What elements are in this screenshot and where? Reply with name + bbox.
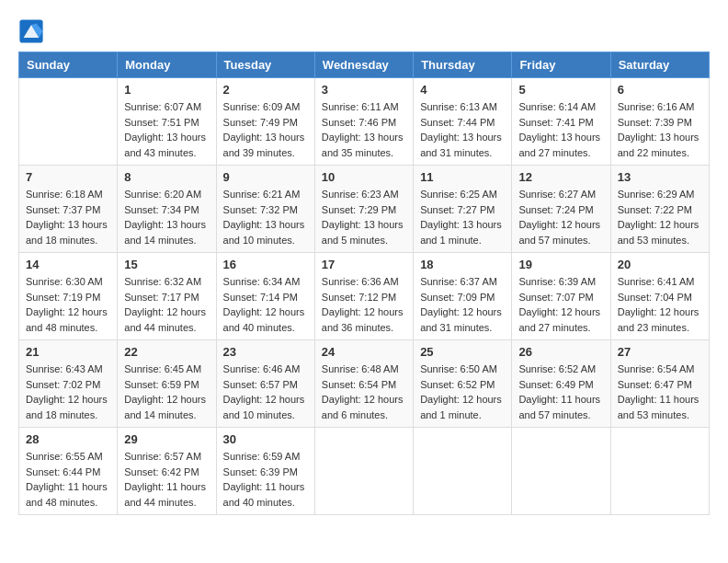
- calendar-week-1: 1Sunrise: 6:07 AMSunset: 7:51 PMDaylight…: [19, 78, 710, 166]
- day-number: 15: [124, 258, 209, 271]
- logo-icon: [18, 18, 44, 44]
- calendar-week-3: 14Sunrise: 6:30 AMSunset: 7:19 PMDayligh…: [19, 253, 710, 340]
- col-header-tuesday: Tuesday: [216, 52, 314, 78]
- day-number: 21: [26, 345, 110, 359]
- day-info: Sunrise: 6:13 AMSunset: 7:44 PMDaylight:…: [420, 99, 505, 160]
- day-number: 8: [124, 170, 209, 184]
- calendar-cell: 26Sunrise: 6:52 AMSunset: 6:49 PMDayligh…: [512, 340, 610, 428]
- calendar-cell: 22Sunrise: 6:45 AMSunset: 6:59 PMDayligh…: [118, 340, 216, 428]
- day-number: 28: [26, 432, 110, 446]
- calendar-cell: 15Sunrise: 6:32 AMSunset: 7:17 PMDayligh…: [118, 253, 216, 340]
- calendar-cell: 28Sunrise: 6:55 AMSunset: 6:44 PMDayligh…: [19, 428, 118, 515]
- day-info: Sunrise: 6:34 AMSunset: 7:14 PMDaylight:…: [223, 274, 308, 335]
- day-number: 25: [420, 345, 505, 359]
- day-number: 16: [223, 258, 308, 271]
- day-number: 17: [322, 258, 406, 271]
- day-info: Sunrise: 6:46 AMSunset: 6:57 PMDaylight:…: [223, 362, 308, 422]
- day-number: 6: [618, 83, 702, 97]
- day-info: Sunrise: 6:43 AMSunset: 7:02 PMDaylight:…: [26, 362, 110, 422]
- calendar-cell: 11Sunrise: 6:25 AMSunset: 7:27 PMDayligh…: [414, 166, 512, 253]
- calendar-cell: 23Sunrise: 6:46 AMSunset: 6:57 PMDayligh…: [216, 340, 314, 428]
- day-number: 22: [124, 345, 209, 359]
- day-number: 20: [618, 258, 702, 271]
- day-number: 13: [618, 170, 702, 184]
- col-header-sunday: Sunday: [19, 52, 118, 78]
- calendar-cell: 3Sunrise: 6:11 AMSunset: 7:46 PMDaylight…: [314, 78, 413, 166]
- calendar-cell: [414, 428, 512, 515]
- day-number: 2: [223, 83, 308, 97]
- calendar-week-4: 21Sunrise: 6:43 AMSunset: 7:02 PMDayligh…: [19, 340, 710, 428]
- day-info: Sunrise: 6:48 AMSunset: 6:54 PMDaylight:…: [322, 362, 406, 422]
- day-info: Sunrise: 6:07 AMSunset: 7:51 PMDaylight:…: [124, 99, 209, 160]
- calendar-cell: 14Sunrise: 6:30 AMSunset: 7:19 PMDayligh…: [19, 253, 118, 340]
- day-info: Sunrise: 6:54 AMSunset: 6:47 PMDaylight:…: [618, 362, 702, 422]
- day-info: Sunrise: 6:59 AMSunset: 6:39 PMDaylight:…: [223, 449, 308, 510]
- day-number: 12: [518, 170, 603, 184]
- calendar-cell: 18Sunrise: 6:37 AMSunset: 7:09 PMDayligh…: [414, 253, 512, 340]
- day-number: 3: [322, 83, 406, 97]
- day-info: Sunrise: 6:50 AMSunset: 6:52 PMDaylight:…: [420, 362, 505, 422]
- calendar-cell: 25Sunrise: 6:50 AMSunset: 6:52 PMDayligh…: [414, 340, 512, 428]
- calendar-table: SundayMondayTuesdayWednesdayThursdayFrid…: [18, 52, 710, 515]
- day-number: 9: [223, 170, 308, 184]
- calendar-cell: 13Sunrise: 6:29 AMSunset: 7:22 PMDayligh…: [610, 166, 709, 253]
- calendar-cell: [512, 428, 610, 515]
- day-info: Sunrise: 6:20 AMSunset: 7:34 PMDaylight:…: [124, 187, 209, 247]
- col-header-monday: Monday: [118, 52, 216, 78]
- calendar-cell: [314, 428, 413, 515]
- day-info: Sunrise: 6:09 AMSunset: 7:49 PMDaylight:…: [223, 99, 308, 160]
- day-info: Sunrise: 6:11 AMSunset: 7:46 PMDaylight:…: [322, 99, 406, 160]
- calendar-cell: 4Sunrise: 6:13 AMSunset: 7:44 PMDaylight…: [414, 78, 512, 166]
- day-info: Sunrise: 6:21 AMSunset: 7:32 PMDaylight:…: [223, 187, 308, 247]
- calendar-week-5: 28Sunrise: 6:55 AMSunset: 6:44 PMDayligh…: [19, 428, 710, 515]
- day-number: 7: [26, 170, 110, 184]
- calendar-cell: 19Sunrise: 6:39 AMSunset: 7:07 PMDayligh…: [512, 253, 610, 340]
- calendar-week-2: 7Sunrise: 6:18 AMSunset: 7:37 PMDaylight…: [19, 166, 710, 253]
- day-info: Sunrise: 6:25 AMSunset: 7:27 PMDaylight:…: [420, 187, 505, 247]
- day-number: 27: [618, 345, 702, 359]
- day-info: Sunrise: 6:27 AMSunset: 7:24 PMDaylight:…: [518, 187, 603, 247]
- day-info: Sunrise: 6:23 AMSunset: 7:29 PMDaylight:…: [322, 187, 406, 247]
- day-number: 26: [518, 345, 603, 359]
- day-info: Sunrise: 6:36 AMSunset: 7:12 PMDaylight:…: [322, 274, 406, 335]
- day-info: Sunrise: 6:52 AMSunset: 6:49 PMDaylight:…: [518, 362, 603, 422]
- calendar-cell: 21Sunrise: 6:43 AMSunset: 7:02 PMDayligh…: [19, 340, 118, 428]
- calendar-cell: [19, 78, 118, 166]
- calendar-cell: 12Sunrise: 6:27 AMSunset: 7:24 PMDayligh…: [512, 166, 610, 253]
- col-header-saturday: Saturday: [610, 52, 709, 78]
- day-info: Sunrise: 6:14 AMSunset: 7:41 PMDaylight:…: [518, 99, 603, 160]
- calendar-cell: 7Sunrise: 6:18 AMSunset: 7:37 PMDaylight…: [19, 166, 118, 253]
- day-number: 18: [420, 258, 505, 271]
- day-number: 24: [322, 345, 406, 359]
- day-number: 30: [223, 432, 308, 446]
- calendar-cell: 2Sunrise: 6:09 AMSunset: 7:49 PMDaylight…: [216, 78, 314, 166]
- calendar-cell: 27Sunrise: 6:54 AMSunset: 6:47 PMDayligh…: [610, 340, 709, 428]
- day-number: 19: [518, 258, 603, 271]
- day-info: Sunrise: 6:18 AMSunset: 7:37 PMDaylight:…: [26, 187, 110, 247]
- day-number: 1: [124, 83, 209, 97]
- day-number: 11: [420, 170, 505, 184]
- day-info: Sunrise: 6:32 AMSunset: 7:17 PMDaylight:…: [124, 274, 209, 335]
- calendar-cell: 30Sunrise: 6:59 AMSunset: 6:39 PMDayligh…: [216, 428, 314, 515]
- calendar-cell: 1Sunrise: 6:07 AMSunset: 7:51 PMDaylight…: [118, 78, 216, 166]
- calendar-cell: 24Sunrise: 6:48 AMSunset: 6:54 PMDayligh…: [314, 340, 413, 428]
- day-number: 5: [518, 83, 603, 97]
- day-number: 4: [420, 83, 505, 97]
- col-header-friday: Friday: [512, 52, 610, 78]
- calendar-cell: [610, 428, 709, 515]
- day-number: 10: [322, 170, 406, 184]
- calendar-cell: 6Sunrise: 6:16 AMSunset: 7:39 PMDaylight…: [610, 78, 709, 166]
- col-header-wednesday: Wednesday: [314, 52, 413, 78]
- day-info: Sunrise: 6:30 AMSunset: 7:19 PMDaylight:…: [26, 274, 110, 335]
- calendar-cell: 5Sunrise: 6:14 AMSunset: 7:41 PMDaylight…: [512, 78, 610, 166]
- logo: [18, 18, 48, 44]
- day-info: Sunrise: 6:39 AMSunset: 7:07 PMDaylight:…: [518, 274, 603, 335]
- day-info: Sunrise: 6:29 AMSunset: 7:22 PMDaylight:…: [618, 187, 702, 247]
- day-info: Sunrise: 6:55 AMSunset: 6:44 PMDaylight:…: [26, 449, 110, 510]
- calendar-cell: 29Sunrise: 6:57 AMSunset: 6:42 PMDayligh…: [118, 428, 216, 515]
- col-header-thursday: Thursday: [414, 52, 512, 78]
- calendar-cell: 9Sunrise: 6:21 AMSunset: 7:32 PMDaylight…: [216, 166, 314, 253]
- calendar-header: SundayMondayTuesdayWednesdayThursdayFrid…: [19, 52, 710, 78]
- calendar-cell: 10Sunrise: 6:23 AMSunset: 7:29 PMDayligh…: [314, 166, 413, 253]
- day-info: Sunrise: 6:37 AMSunset: 7:09 PMDaylight:…: [420, 274, 505, 335]
